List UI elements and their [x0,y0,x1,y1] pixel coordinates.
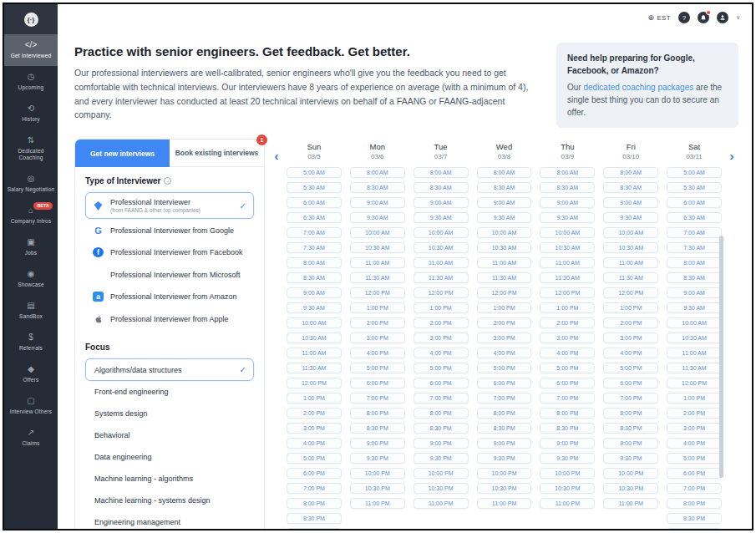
time-slot[interactable]: 12:00 PM [414,287,469,298]
time-slot[interactable]: 10:00 AM [667,317,722,328]
time-slot[interactable]: 10:30 PM [350,483,405,494]
time-slot[interactable]: 9:30 PM [350,453,405,464]
time-slot[interactable]: 9:00 AM [287,287,342,298]
time-slot[interactable]: 10:30 PM [603,483,658,494]
time-slot[interactable]: 9:00 AM [477,197,532,208]
time-slot[interactable]: 11:00 AM [414,257,469,268]
focus-option-machine-learning-algorithms[interactable]: Machine learning - algorithms [85,468,254,490]
time-slot[interactable]: 11:00 AM [350,257,405,268]
time-slot[interactable]: 8:00 AM [603,167,658,178]
time-slot[interactable]: 5:30 AM [287,182,342,193]
time-slot[interactable]: 8:30 PM [414,423,469,434]
time-slot[interactable]: 3:00 PM [350,332,405,343]
time-slot[interactable]: 7:00 PM [540,393,595,404]
time-slot[interactable]: 4:00 PM [667,438,722,449]
sidebar-item-dedicated-coaching[interactable]: ⇅Dedicated Coaching [4,129,58,168]
time-slot[interactable]: 10:00 PM [414,468,469,479]
time-slot[interactable]: 8:00 PM [603,408,658,419]
time-slot[interactable]: 12:00 PM [350,287,405,298]
sidebar-item-sandbox[interactable]: ▤SandBox [4,295,58,327]
time-slot[interactable]: 8:30 AM [287,272,342,283]
time-slot[interactable]: 3:00 PM [540,332,595,343]
time-slot[interactable]: 9:00 PM [477,438,532,449]
time-slot[interactable]: 9:30 AM [287,302,342,313]
time-slot[interactable]: 9:30 AM [540,212,595,223]
time-slot[interactable]: 10:30 AM [350,242,405,253]
time-slot[interactable]: 8:00 AM [477,167,532,178]
time-slot[interactable]: 7:30 AM [667,242,722,253]
chevron-left-icon[interactable]: ‹ [270,139,283,529]
time-slot[interactable]: 10:30 AM [477,242,532,253]
time-slot[interactable]: 11:30 AM [414,272,469,283]
time-slot[interactable]: 7:00 AM [667,227,722,238]
time-slot[interactable]: 10:00 AM [287,317,342,328]
sidebar-item-salary-negotiation[interactable]: ◎Salary Negotiation [4,168,58,200]
time-slot[interactable]: 1:00 PM [287,393,342,404]
time-slot[interactable]: 8:30 PM [540,423,595,434]
chevron-right-icon[interactable]: › [725,139,738,529]
time-slot[interactable]: 9:30 AM [350,212,405,223]
time-slot[interactable]: 7:00 PM [350,393,405,404]
sidebar-item-referrals[interactable]: $Referrals [4,327,58,358]
timezone-selector[interactable]: ⊕ EST [648,13,671,22]
time-slot[interactable]: 8:00 AM [414,167,469,178]
time-slot[interactable]: 10:00 AM [540,227,595,238]
time-slot[interactable]: 3:00 PM [414,332,469,343]
time-slot[interactable]: 8:30 PM [667,513,722,524]
time-slot[interactable]: 10:00 AM [350,227,405,238]
focus-option-front-end-engineering[interactable]: Front-end engineering [85,381,254,403]
time-slot[interactable]: 8:00 AM [350,167,405,178]
interviewer-option-professional-interviewer-from-apple[interactable]: Professional Interviewer from Apple [85,307,254,330]
sidebar-item-showcase[interactable]: ◉Showcase [4,263,58,295]
time-slot[interactable]: 6:30 AM [667,212,722,223]
time-slot[interactable]: 9:00 PM [287,528,342,529]
time-slot[interactable]: 10:00 PM [540,468,595,479]
time-slot[interactable]: 8:30 AM [350,182,405,193]
help-icon[interactable]: ? [678,12,690,23]
time-slot[interactable]: 9:00 PM [414,438,469,449]
time-slot[interactable]: 10:30 AM [603,242,658,253]
interviewer-option-professional-interviewer-from-amazon[interactable]: aProfessional Interviewer from Amazon [85,286,254,307]
coaching-packages-link[interactable]: dedicated coaching packages [583,83,693,92]
time-slot[interactable]: 5:00 PM [667,453,722,464]
time-slot[interactable]: 8:00 AM [540,167,595,178]
time-slot[interactable]: 5:00 PM [350,363,405,373]
time-slot[interactable]: 12:00 PM [603,287,658,298]
time-slot[interactable]: 10:00 AM [477,227,532,238]
sidebar-item-company-intros[interactable]: ⌂BETACompany Intros [4,200,58,231]
time-slot[interactable]: 9:00 AM [350,197,405,208]
time-slot[interactable]: 11:00 AM [667,348,722,358]
time-slot[interactable]: 6:00 PM [477,378,532,388]
time-slot[interactable]: 9:00 PM [350,438,405,449]
time-slot[interactable]: 9:00 AM [667,287,722,298]
time-slot[interactable]: 4:00 PM [350,348,405,358]
focus-option-machine-learning-systems-design[interactable]: Machine learning - systems design [85,490,254,511]
time-slot[interactable]: 2:00 PM [540,317,595,328]
time-slot[interactable]: 6:00 PM [287,468,342,479]
time-slot[interactable]: 11:00 PM [350,498,405,509]
time-slot[interactable]: 8:30 PM [603,423,658,434]
time-slot[interactable]: 11:30 AM [477,272,532,283]
time-slot[interactable]: 9:00 PM [667,528,722,529]
time-slot[interactable]: 5:00 PM [287,453,342,464]
time-slot[interactable]: 8:00 PM [477,408,532,419]
time-slot[interactable]: 10:00 AM [414,227,469,238]
time-slot[interactable]: 11:30 AM [350,272,405,283]
time-slot[interactable]: 8:00 PM [540,408,595,419]
time-slot[interactable]: 5:00 PM [477,363,532,373]
time-slot[interactable]: 11:30 AM [603,272,658,283]
time-slot[interactable]: 10:00 PM [477,468,532,479]
time-slot[interactable]: 8:00 PM [350,408,405,419]
time-slot[interactable]: 11:00 AM [603,257,658,268]
time-slot[interactable]: 9:30 PM [603,453,658,464]
time-slot[interactable]: 2:00 PM [287,408,342,419]
time-slot[interactable]: 3:00 PM [667,423,722,434]
time-slot[interactable]: 11:00 AM [540,257,595,268]
time-slot[interactable]: 9:30 AM [667,302,722,313]
time-slot[interactable]: 7:00 PM [414,393,469,404]
sidebar-item-get-interviewed[interactable]: </>Get Interviewed [4,34,58,66]
time-slot[interactable]: 1:00 PM [477,302,532,313]
time-slot[interactable]: 8:30 PM [287,513,342,524]
time-slot[interactable]: 7:00 PM [477,393,532,404]
sidebar-item-offers[interactable]: ◆Offers [4,358,58,390]
